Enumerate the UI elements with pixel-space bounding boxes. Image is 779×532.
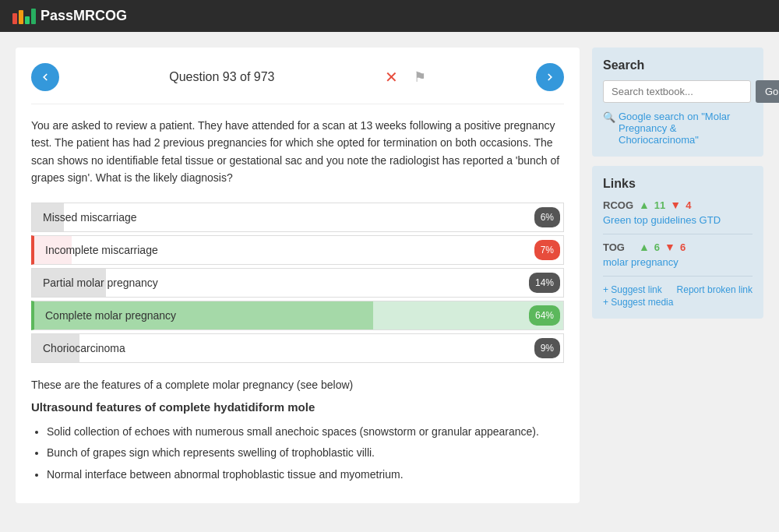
suggest-media-button[interactable]: + Suggest media	[603, 297, 673, 308]
result-intro: These are the features of a complete mol…	[31, 379, 564, 391]
option-partial-text: Partial molar pregnancy	[32, 269, 526, 297]
tog-up-arrow: ▲	[639, 241, 650, 253]
search-card: Search Go 🔍 Google search on "Molar Preg…	[592, 48, 763, 157]
rcog-label: RCOG	[603, 199, 634, 211]
option-incomplete[interactable]: Incomplete miscarriage 7%	[31, 235, 564, 265]
result-heading: Ultrasound features of complete hydatidi…	[31, 400, 564, 414]
option-incomplete-text: Incomplete miscarriage	[34, 236, 531, 264]
report-broken-button[interactable]: Report broken link	[677, 284, 753, 295]
search-title: Search	[603, 58, 753, 72]
option-complete-pct: 64%	[529, 305, 560, 326]
question-text: You are asked to review a patient. They …	[31, 117, 564, 187]
bullet-3: Normal interface between abnormal tropho…	[47, 466, 564, 484]
option-choriocarcinoma[interactable]: Choriocarcinoma 9%	[31, 333, 564, 363]
logo-bar-4	[31, 9, 36, 24]
option-choriocarcinoma-pct: 9%	[534, 338, 560, 358]
logo-bar-1	[12, 13, 17, 24]
tog-link[interactable]: molar pregnancy	[603, 256, 753, 268]
answer-options: Missed miscarriage 6% Incomplete miscarr…	[31, 203, 564, 363]
links-divider-2	[603, 276, 753, 277]
suggest-row: + Suggest link Report broken link	[603, 284, 753, 295]
option-complete[interactable]: Complete molar pregnancy 64%	[31, 301, 564, 330]
option-missed-pct: 6%	[534, 207, 560, 227]
content-area: Question 93 of 973 ✕ ⚑ You are asked to …	[16, 48, 580, 503]
header: PassMRCOG	[0, 0, 779, 32]
search-icon: 🔍	[603, 111, 615, 123]
result-bullets: Solid collection of echoes with numerous…	[31, 423, 564, 484]
go-button[interactable]: Go	[756, 80, 779, 103]
search-row: Go	[603, 80, 753, 103]
suggest-link-button[interactable]: + Suggest link	[603, 284, 662, 295]
option-partial-pct: 14%	[529, 273, 560, 293]
option-complete-text: Complete molar pregnancy	[34, 301, 526, 329]
nav-bar: Question 93 of 973 ✕ ⚑	[31, 63, 564, 104]
tog-up-count: 6	[654, 241, 660, 253]
rcog-down-arrow: ▼	[670, 199, 681, 211]
nav-icons: ✕ ⚑	[385, 68, 426, 86]
links-card: Links RCOG ▲ 11 ▼ 4 Green top guidelines…	[592, 166, 763, 319]
rcog-up-arrow: ▲	[639, 199, 650, 211]
logo-icon	[12, 9, 36, 24]
prev-button[interactable]	[31, 63, 59, 91]
tog-down-arrow: ▼	[664, 241, 675, 253]
rcog-link[interactable]: Green top guidelines GTD	[603, 214, 753, 226]
google-search-link[interactable]: 🔍 Google search on "Molar Pregnancy & Ch…	[603, 111, 753, 146]
rcog-down-count: 4	[686, 199, 691, 211]
option-missed[interactable]: Missed miscarriage 6%	[31, 203, 564, 232]
logo-bar-3	[25, 16, 30, 24]
tog-row: TOG ▲ 6 ▼ 6	[603, 241, 753, 253]
rcog-up-count: 11	[654, 199, 665, 211]
bullet-1: Solid collection of echoes with numerous…	[47, 423, 564, 442]
logo-bar-2	[19, 10, 23, 24]
links-title: Links	[603, 177, 753, 191]
option-missed-text: Missed miscarriage	[32, 203, 531, 231]
option-partial[interactable]: Partial molar pregnancy 14%	[31, 268, 564, 298]
tog-label: TOG	[603, 241, 634, 253]
dismiss-button[interactable]: ✕	[385, 68, 398, 86]
links-divider	[603, 234, 753, 234]
main-layout: Question 93 of 973 ✕ ⚑ You are asked to …	[0, 32, 779, 519]
sidebar: Search Go 🔍 Google search on "Molar Preg…	[592, 48, 763, 503]
tog-down-count: 6	[680, 241, 686, 253]
search-input[interactable]	[603, 80, 751, 103]
rcog-row: RCOG ▲ 11 ▼ 4	[603, 199, 753, 211]
option-incomplete-pct: 7%	[534, 240, 560, 260]
logo-text: PassMRCOG	[41, 8, 127, 24]
bullet-2: Bunch of grapes sign which represents sw…	[47, 444, 564, 463]
next-button[interactable]	[536, 63, 564, 91]
google-link-text: Google search on "Molar Pregnancy & Chor…	[619, 111, 753, 146]
option-choriocarcinoma-text: Choriocarcinoma	[32, 334, 531, 362]
flag-button[interactable]: ⚑	[414, 69, 426, 86]
question-label: Question 93 of 973	[169, 70, 274, 84]
